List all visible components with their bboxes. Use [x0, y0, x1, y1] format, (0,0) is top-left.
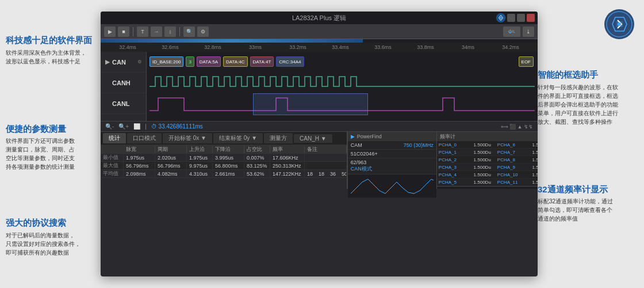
td-avg-v5: 53.62% [244, 171, 270, 177]
td-min-label: 最小值 [101, 154, 124, 161]
close-btn[interactable] [527, 14, 535, 22]
th-v4: 下降沿 [213, 146, 244, 153]
run-btn[interactable]: ▶ [104, 26, 116, 37]
tab-can[interactable]: CAN_H ▼ [294, 134, 332, 143]
freq-row-4: PCHA_4 1.500Du PCHA_10 1.500Du [437, 171, 538, 179]
freq-header: 频率计 [437, 132, 538, 141]
canl-label: CANL [112, 100, 130, 107]
app-logo-icon [496, 13, 506, 23]
proto-graph-svg [351, 176, 434, 196]
right-annotations: 智能的框选助手 针对每一段感兴趣的波形，在软件的界面上即可直接框选，框选后界面即… [538, 69, 638, 240]
freq-ch-0: PCHA_0 [439, 142, 465, 147]
export-btn[interactable]: ⤓ [523, 26, 534, 37]
tab-measure[interactable]: 测量方 [264, 133, 293, 143]
freq-val-0: 1.500Du [466, 142, 491, 147]
toolbar: ▶ ■ T → ↕ 🔍 ⚙ ⏻IL ⤓ [101, 24, 538, 39]
settings-btn[interactable]: ⚙ [197, 26, 209, 37]
timestamp-value: ⏱ 33.426861111ms [151, 123, 203, 130]
freq-val-5: 1.500Du [466, 180, 491, 185]
company-logo [604, 9, 635, 43]
canh-label: CANH [112, 79, 131, 86]
company-logo-svg [604, 9, 635, 40]
tab-start[interactable]: 开始标签 0x ▼ [163, 133, 212, 143]
waveform-area: ▶ CAN ⚙ CANH CANL ID_BASE:200 3 [101, 52, 538, 121]
annotation-smart-frame: 智能的框选助手 针对每一段感兴趣的波形，在软件的界面上即可直接框选，框选后界面即… [538, 69, 638, 126]
left-annotations: 科技感十足的软件界面 软件采用深灰色作为主体背景，波形以蓝色显示，科技感十足 便… [6, 35, 101, 273]
minimize-btn[interactable] [507, 14, 515, 22]
measure-btn[interactable]: ↕ [164, 26, 176, 37]
th-v2: 周期 [155, 146, 187, 153]
td-max-v2: 56.796ms [155, 163, 187, 169]
td-max-v1: 56.796ms [124, 163, 155, 169]
cursor-btn[interactable]: T [137, 26, 148, 37]
annotation-smart-frame-text: 针对每一段感兴趣的波形，在软件的界面上即可直接框选，框选后界面即会弹出框选助手的… [538, 83, 638, 126]
freq-bottom-panel: 2 10.27051b 1.15000z 0.1hz A 2.52.20Db 权… [437, 186, 538, 189]
td-min-v3: 1.975us [187, 155, 213, 161]
protocol-title: PowerFind [357, 134, 382, 139]
freq-val-1: 1.500Du [466, 150, 491, 155]
zoom-btn[interactable]: → [151, 26, 162, 37]
channel-canl: CANL [101, 93, 146, 114]
proto-label-0: CAM [351, 142, 362, 148]
td-min-v4: 3.995us [213, 155, 244, 161]
proto-row-1: 51C02046+ [348, 150, 436, 158]
freq-panel: 频率计 PCHA_0 1.500Du PCHA_6 1.500Du PCHA_1… [436, 132, 538, 189]
freq-panel-title: 频率计 [440, 133, 455, 141]
timeline-labels: 32.4ms 32.6ms 32.8ms 33ms 33.2ms 33.4ms … [101, 43, 538, 52]
freq-val-8: 1.500Du [525, 157, 538, 162]
td-min-v1: 1.975us [124, 155, 155, 161]
td-avg-v4: 2.661ms [213, 171, 244, 177]
meas-table-header: 脉宽 周期 上升沿 下降沿 占空比 频率 备注 [101, 145, 347, 154]
th-v3: 上升沿 [187, 146, 213, 153]
maximize-btn[interactable] [517, 14, 525, 22]
search-btn[interactable]: 🔍 [183, 26, 195, 37]
freq-val-2: 1.500Du [466, 157, 491, 162]
svg-point-1 [500, 17, 502, 19]
zoom-out-icon[interactable]: 🔍- [105, 123, 114, 130]
stop-btn[interactable]: ■ [118, 26, 129, 37]
selection-box [253, 93, 368, 115]
freq-row-5: PCHA_5 1.500Du PCHA_11 1.500Du [437, 179, 538, 186]
freq-row-0: PCHA_0 1.500Du PCHA_6 1.500Du [437, 141, 538, 149]
td-min-v6: 17.606KHz [270, 155, 305, 161]
zoom-in-icon[interactable]: 🔍+ [118, 123, 129, 130]
trigger-btn[interactable]: ⏻IL [503, 26, 520, 37]
freq-val-11: 1.500Du [525, 180, 538, 185]
waveform-canvas[interactable]: ID_BASE:200 3 DATA:5A DATA:4C DATA:4T CR… [147, 52, 538, 121]
meas-row-max: 最大值 56.796ms 56.796ms 9.975us 56.800ms 8… [101, 162, 347, 170]
annotation-freq: 32通道频率计显示 标配32通道频率计功能，通过简单勾选，即可清晰查看各个通道的… [538, 184, 638, 223]
freq-ch-8: PCHA_8 [497, 157, 523, 162]
can-pkt-data3: DATA:4T [250, 56, 274, 67]
proto-val-2: CAN模式 [351, 165, 434, 173]
freq-ch-4: PCHA_4 [439, 172, 465, 177]
channel-labels: ▶ CAN ⚙ CANH CANL [101, 52, 147, 121]
td-min-v5: 0.007% [244, 155, 270, 161]
can-pkt-num: 3 [186, 56, 194, 67]
freq-val-3: 1.500Du [466, 165, 491, 170]
th-v5: 占空比 [244, 146, 270, 153]
tab-mode[interactable]: 口口模式 [127, 133, 162, 143]
tab-stats[interactable]: 统计 [103, 133, 126, 143]
tl-label-7: 33.8ms [404, 44, 447, 50]
tab-end[interactable]: 结束标签 0y ▼ [213, 133, 263, 143]
can-label: CAN [112, 59, 126, 66]
td-avg-label: 平均值 [101, 170, 124, 177]
channel-canh: CANH [101, 73, 146, 93]
panel-tabs: 统计 口口模式 开始标签 0x ▼ 结束标签 0y ▼ 测量方 CAN_H ▼ [101, 132, 347, 145]
td-max-v6: 250.313KHz [270, 163, 305, 169]
td-max-v5: 83.125% [244, 163, 270, 169]
software-window: LA2832A Plus 逻辑 ▶ ■ T → ↕ 🔍 ⚙ [101, 12, 538, 276]
freq-row-1: PCHA_1 1.500Du PCHA_7 1.500Du [437, 149, 538, 156]
annotation-protocol-text: 对于已解码后的海量数据，只需设置好对应的搜索条件，即可捕获所有的兴趣数据 [6, 231, 101, 257]
svg-point-4 [618, 22, 621, 26]
can-pkt-crc: CRC:34A4 [276, 56, 304, 67]
tl-label-1: 32.6ms [149, 44, 191, 50]
tl-label-3: 33ms [234, 44, 277, 50]
annotation-param-title: 便捷的参数测量 [6, 123, 101, 135]
freq-val-10: 1.500Du [525, 172, 538, 177]
main-container: 科技感十足的软件界面 软件采用深灰色作为主体背景，波形以蓝色显示，科技感十足 便… [0, 0, 644, 288]
annotation-sci-ui: 科技感十足的软件界面 软件采用深灰色作为主体背景，波形以蓝色显示，科技感十足 [6, 35, 101, 66]
can-setting-icon[interactable]: ⚙ [137, 59, 141, 65]
freq-val-7: 1.500Du [525, 150, 538, 155]
tl-label-9: 34.2ms [489, 44, 532, 50]
